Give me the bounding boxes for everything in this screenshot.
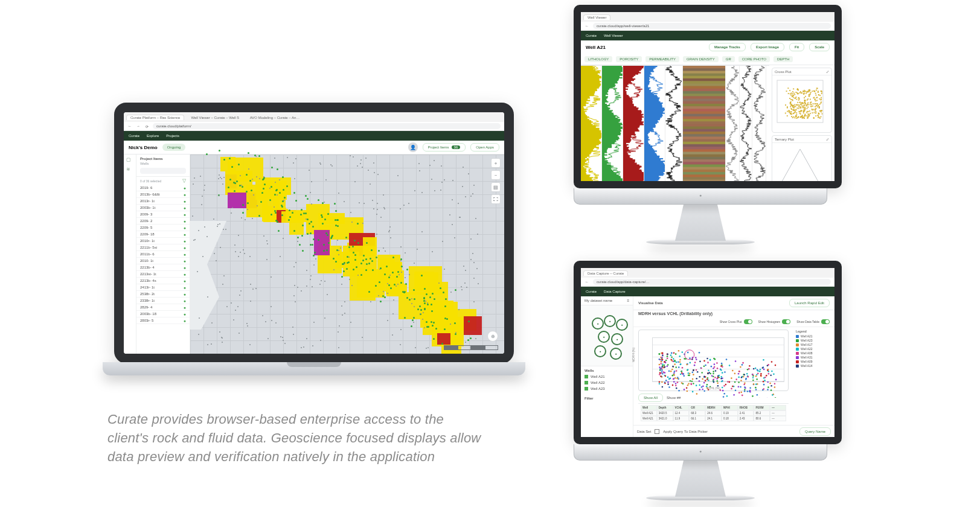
map-area[interactable]: ＋ － ▤ ⛶ ⊕ xyxy=(190,155,504,355)
well-node[interactable]: ● xyxy=(598,331,610,343)
legend-item[interactable]: Well A14 xyxy=(796,364,832,368)
well-panel-head: Project Items Wells xyxy=(136,155,190,177)
well-node[interactable]: ● xyxy=(616,319,628,331)
wv-brand: Curate xyxy=(586,34,597,37)
nav-projects[interactable]: Projects xyxy=(166,134,179,138)
crossplot-panel[interactable]: Cross Plot ⤢ xyxy=(772,68,832,133)
well-row[interactable]: 2009- 3● xyxy=(136,211,190,218)
track-header[interactable]: POROSITY xyxy=(616,56,642,62)
basemap-attrib-icon: ⊕ xyxy=(487,331,498,342)
apply-checkbox[interactable] xyxy=(655,429,659,434)
well-row[interactable]: 2209- 18● xyxy=(136,231,190,238)
well-row[interactable]: 2209- 2● xyxy=(136,218,190,225)
avatar[interactable]: 👤 xyxy=(408,142,418,152)
track-header[interactable]: GR xyxy=(722,56,735,62)
back-icon[interactable]: ← xyxy=(127,124,132,128)
well-node[interactable]: ● xyxy=(594,345,606,357)
browser-tab-1[interactable]: Curate Platform – Ras Science xyxy=(126,115,184,120)
well-row[interactable]: 2013r- 1t● xyxy=(136,198,190,205)
legend-item[interactable]: Well A23 xyxy=(796,339,832,342)
list-item[interactable]: Well A22 xyxy=(584,381,629,384)
track-header[interactable]: LITHOLOGY xyxy=(584,56,612,62)
open-apps-button[interactable]: Open Apps xyxy=(470,143,499,151)
forward-icon[interactable]: → xyxy=(136,124,141,128)
display-toggle[interactable]: Show Histogram xyxy=(758,319,791,324)
dc-url[interactable]: curate.cloud/app/data-capture/… xyxy=(593,279,831,285)
ternary-panel[interactable]: Ternary Plot ⤢ xyxy=(772,135,832,188)
track-header[interactable]: GRAIN DENSITY xyxy=(683,56,719,62)
well-row[interactable]: 2013b- 6&6t● xyxy=(136,191,190,198)
rail-project-icon[interactable]: ▢ xyxy=(126,157,133,164)
crossplot-box[interactable]: VCHL (%) MDRH (%) xyxy=(638,330,789,391)
well-row[interactable]: 2209- 5● xyxy=(136,225,190,231)
legend-item[interactable]: Well A17 xyxy=(796,343,832,346)
wv-tab[interactable]: Well Viewer xyxy=(583,14,610,20)
well-row[interactable]: 2829- 4● xyxy=(136,304,190,311)
log-tracks[interactable] xyxy=(581,65,769,186)
legend-item[interactable]: Well A22 xyxy=(796,347,832,351)
display-toggle[interactable]: Show Cross Plot xyxy=(720,319,752,324)
back-icon[interactable]: ← xyxy=(584,280,589,284)
browser-tab-3[interactable]: AVO Modeling – Curate – An… xyxy=(246,115,304,120)
rail-layers-icon[interactable]: ≋ xyxy=(126,167,133,174)
dc-minimap[interactable]: ●●●●●●● xyxy=(581,305,633,366)
back-icon[interactable]: ← xyxy=(584,24,589,28)
track-header[interactable]: CORE PHOTO xyxy=(738,56,770,62)
layers-button[interactable]: ▤ xyxy=(491,182,501,192)
menu-icon[interactable]: ≡ xyxy=(627,299,629,302)
well-row[interactable]: 2003b- 18● xyxy=(136,311,190,317)
query-name-field[interactable]: Query Name xyxy=(799,427,831,436)
export-image-button[interactable]: Export Image xyxy=(751,43,784,51)
well-row[interactable]: 2011b- 6● xyxy=(136,251,190,258)
well-row[interactable]: 2213b- 4● xyxy=(136,264,190,271)
display-toggle[interactable]: Show Data Table xyxy=(796,319,830,324)
well-row[interactable]: 2213b- 4s● xyxy=(136,278,190,284)
well-node[interactable]: ● xyxy=(604,315,616,327)
reload-icon[interactable]: ⟳ xyxy=(144,124,149,129)
manage-tracks-button[interactable]: Manage Tracks xyxy=(709,43,746,51)
expand-icon[interactable]: ⤢ xyxy=(826,69,829,74)
well-search[interactable] xyxy=(140,168,186,174)
fit-button[interactable]: Fit xyxy=(789,43,804,51)
list-item[interactable]: Well A21 xyxy=(584,375,629,378)
well-row[interactable]: 2019- 6● xyxy=(136,185,190,191)
well-row[interactable]: 2010r- 1t● xyxy=(136,238,190,244)
well-row[interactable]: 2211b- 5si● xyxy=(136,244,190,251)
laptop-mockup: Curate Platform – Ras Science Well Viewe… xyxy=(103,103,525,392)
plot-ylabel: MDRH (%) xyxy=(632,348,635,362)
fullscreen-button[interactable]: ⛶ xyxy=(491,194,501,204)
data-table[interactable]: WellDepthVCHLGRMDRHNPHIRHOBPERM—Well A21… xyxy=(638,403,789,422)
url-field[interactable]: curate.cloud/platform/ xyxy=(153,123,501,129)
zoom-out-button[interactable]: － xyxy=(491,170,501,180)
track-header[interactable]: PERMEABILITY xyxy=(645,56,679,62)
legend-item[interactable]: Well A21 xyxy=(796,334,832,338)
well-row[interactable]: 2003b- 1t● xyxy=(136,205,190,211)
track-header[interactable]: DEPTH xyxy=(773,56,793,62)
well-row[interactable]: 2338r- 1t● xyxy=(136,298,190,304)
lease-field xyxy=(190,155,504,355)
project-items-button[interactable]: Project Items 36 xyxy=(423,143,466,151)
list-item[interactable]: Well A23 xyxy=(584,387,629,391)
well-row[interactable]: 2803r- 5● xyxy=(136,317,190,324)
dc-navlink[interactable]: Data Capture xyxy=(604,290,626,293)
dc-tab[interactable]: Data Capture – Curate xyxy=(583,270,628,276)
well-node[interactable]: ● xyxy=(592,317,604,330)
browser-tab-2[interactable]: Well Viewer – Curate – Well 5 xyxy=(187,115,243,120)
zoom-in-button[interactable]: ＋ xyxy=(491,158,501,168)
wv-url[interactable]: curate.cloud/app/well-viewer/a21 xyxy=(593,23,831,29)
legend-item[interactable]: Well A08 xyxy=(796,351,832,355)
legend-item[interactable]: Well A31 xyxy=(796,356,832,359)
nav-explore[interactable]: Explore xyxy=(147,134,159,138)
launch-rapid-edit-button[interactable]: Launch Rapid Edit xyxy=(789,299,830,307)
well-node[interactable]: ● xyxy=(610,348,622,360)
well-row[interactable]: 2413r- 1t● xyxy=(136,284,190,291)
filter-icon[interactable]: ▽ xyxy=(182,178,186,183)
scale-button[interactable]: Scale xyxy=(809,43,830,51)
well-row[interactable]: 2010- 1t● xyxy=(136,258,190,264)
legend-item[interactable]: Well A09 xyxy=(796,360,832,363)
well-node[interactable]: ● xyxy=(611,333,623,345)
wv-navlink[interactable]: Well Viewer xyxy=(604,34,623,37)
well-row[interactable]: 2213st- 1t● xyxy=(136,271,190,278)
well-row[interactable]: 2538r- 2t● xyxy=(136,291,190,298)
expand-icon[interactable]: ⤢ xyxy=(826,137,829,141)
